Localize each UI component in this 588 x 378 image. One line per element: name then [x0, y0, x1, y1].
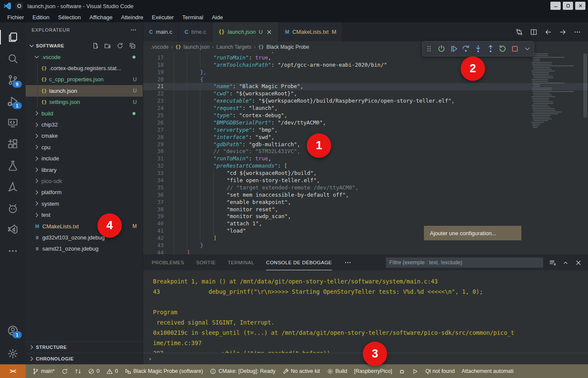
tree-item-cmakelists-txt[interactable]: MCMakeLists.txtM — [26, 221, 143, 232]
menu-exécuter[interactable]: Exécuter — [148, 13, 177, 21]
code-line[interactable]: 38"monitor reset", — [143, 206, 588, 213]
debug-stop-button[interactable] — [510, 44, 520, 54]
new-folder-icon[interactable] — [104, 42, 111, 49]
panel-tab-probl-mes[interactable]: PROBLÈMES — [152, 255, 184, 270]
line-number[interactable]: 28 — [151, 134, 164, 141]
code-line[interactable]: 21"name": "Black Magic Probe", — [143, 83, 588, 90]
line-number[interactable]: 24 — [151, 105, 164, 112]
status-no-active-kit[interactable]: No active kit — [282, 368, 320, 375]
tab-cmakelists-txt[interactable]: MCMakeLists.txtM — [279, 22, 343, 41]
code-line[interactable]: 18"armToolchainPath": "/opt/gcc-arm-none… — [143, 62, 588, 69]
breadcrumb-item[interactable]: .vscode — [151, 44, 168, 50]
line-number[interactable]: 25 — [151, 112, 164, 119]
tree-item-test[interactable]: test — [26, 209, 143, 220]
code-line[interactable]: 31"runToMain": true, — [143, 155, 588, 162]
panel-tab-terminal[interactable]: TERMINAL — [228, 255, 254, 270]
code-line[interactable]: 22"cwd": "${workspaceRoot}", — [143, 90, 588, 97]
tree-item--cortex-debug-registers-stat-[interactable]: {}.cortex-debug.registers.stat... — [26, 62, 143, 74]
code-line[interactable]: 34"file open-story-teller.elf", — [143, 177, 588, 184]
debug-console-output[interactable]: Breakpoint 1, main () at /mnt/data/git/o… — [143, 270, 588, 353]
refresh-icon[interactable] — [117, 42, 123, 49]
line-number[interactable]: 32 — [151, 162, 164, 170]
activity-vs-outline[interactable] — [0, 219, 26, 240]
status-bug[interactable] — [399, 368, 405, 375]
debug-step-out-button[interactable] — [485, 44, 495, 54]
code-line[interactable]: 23"executable": "${workspaceRoot}/build/… — [143, 97, 588, 105]
code-line[interactable]: 25"type": "cortex-debug", — [143, 112, 588, 119]
debug-restart-button[interactable] — [498, 44, 508, 54]
line-number[interactable]: 35 — [151, 184, 164, 192]
status-attachement-automati[interactable]: Attachement automati — [462, 368, 514, 374]
menu-atteindre[interactable]: Atteindre — [117, 13, 147, 21]
code-line[interactable]: 30// "device": "STM32L431VC", — [143, 148, 588, 155]
close-icon[interactable] — [575, 259, 582, 266]
line-number[interactable]: 33 — [151, 170, 164, 177]
line-number[interactable]: 18 — [151, 62, 164, 69]
line-number[interactable]: 31 — [151, 155, 164, 162]
tree-item-settings-json[interactable]: {}settings.jsonU — [26, 97, 143, 108]
tree-item-library[interactable]: library — [26, 164, 143, 175]
status-play[interactable] — [412, 368, 418, 375]
status-0[interactable]: 0 — [88, 368, 100, 375]
tree-item--vscode[interactable]: .vscode — [26, 51, 143, 62]
menu-edition[interactable]: Edition — [29, 13, 53, 21]
panel-tab-sortie[interactable]: SORTIE — [196, 255, 216, 270]
breadcrumb-item[interactable]: launch.json — [184, 44, 210, 50]
line-number[interactable]: 20 — [151, 76, 164, 83]
activity-extensions[interactable] — [0, 133, 26, 155]
section-structure[interactable]: STRUCTURE — [26, 341, 143, 353]
tab-time-c[interactable]: Ctime.c — [179, 22, 212, 41]
breadcrumb-item[interactable]: Launch Targets — [216, 44, 251, 50]
more-h-icon[interactable] — [573, 28, 581, 36]
menu-aide[interactable]: Aide — [208, 13, 227, 21]
split-editor-icon[interactable] — [530, 28, 538, 36]
activity-accounts[interactable]: 1 — [0, 320, 26, 341]
activity-run-and-debug[interactable]: 1 — [0, 91, 26, 112]
code-line[interactable]: 37"enable breakpoint", — [143, 199, 588, 206]
explorer-more-icon[interactable] — [130, 27, 137, 33]
tree-item-platform[interactable]: platform — [26, 187, 143, 198]
activity-platformio[interactable] — [0, 198, 26, 219]
menu-sélection[interactable]: Sélection — [54, 13, 85, 21]
status-sync[interactable] — [62, 368, 68, 375]
line-number[interactable]: 43 — [151, 242, 164, 249]
line-number[interactable]: 19 — [151, 69, 164, 76]
tree-item-c-cpp-properties-json[interactable]: {}c_cpp_properties.jsonU — [26, 74, 143, 85]
debug-power-button[interactable] — [437, 44, 447, 54]
menu-affichage[interactable]: Affichage — [85, 13, 116, 21]
tree-item-cmake[interactable]: cmake — [26, 130, 143, 142]
line-number[interactable]: 40 — [151, 220, 164, 227]
minimize-button[interactable] — [550, 2, 561, 10]
debug-chev-down-button[interactable] — [522, 44, 532, 54]
line-number[interactable]: 36 — [151, 192, 164, 199]
code-line[interactable]: 36"set mem inaccessible-by-default off", — [143, 192, 588, 199]
status-cmake-debug-ready[interactable]: CMake: [Debug]: Ready — [210, 368, 275, 375]
section-timeline[interactable]: CHRONOLOGIE — [26, 353, 143, 364]
status-qt-not-found[interactable]: Qt not found — [425, 368, 455, 374]
activity-explorer[interactable] — [0, 27, 26, 48]
line-number[interactable]: 30 — [151, 148, 164, 155]
status-main-[interactable]: main* — [32, 368, 55, 375]
line-number[interactable]: 37 — [151, 199, 164, 206]
status-build[interactable]: Build — [327, 368, 347, 375]
tree-item-pico-sdk[interactable]: pico-sdk — [26, 175, 143, 186]
code-line[interactable]: 20{ — [143, 76, 588, 83]
code-line[interactable]: 24"request": "launch", — [143, 105, 588, 112]
panel-more-icon[interactable] — [344, 259, 352, 266]
breadcrumb-item[interactable]: Black Magic Probe — [266, 44, 309, 50]
clear-console-icon[interactable] — [549, 259, 556, 266]
debug-step-over-button[interactable] — [461, 44, 471, 54]
tree-item-gd32vf103-ozone-jdebug[interactable]: ≡gd32vf103_ozone.jdebug — [26, 232, 143, 243]
activity-test-explorer[interactable] — [0, 155, 26, 176]
status-compare[interactable] — [75, 368, 81, 375]
open-changes-icon[interactable] — [515, 28, 523, 36]
maximize-button[interactable] — [563, 2, 573, 10]
status--raspberrypico-[interactable]: [RaspberryPico] — [354, 368, 392, 374]
line-number[interactable]: 41 — [151, 227, 164, 235]
arrow-left-icon[interactable] — [544, 28, 552, 36]
menu-terminal[interactable]: Terminal — [179, 13, 207, 21]
activity-remote-explorer[interactable] — [0, 112, 26, 133]
debug-grip-button[interactable] — [424, 44, 434, 54]
close-button[interactable] — [575, 2, 585, 10]
line-number[interactable]: 21 — [151, 83, 164, 90]
